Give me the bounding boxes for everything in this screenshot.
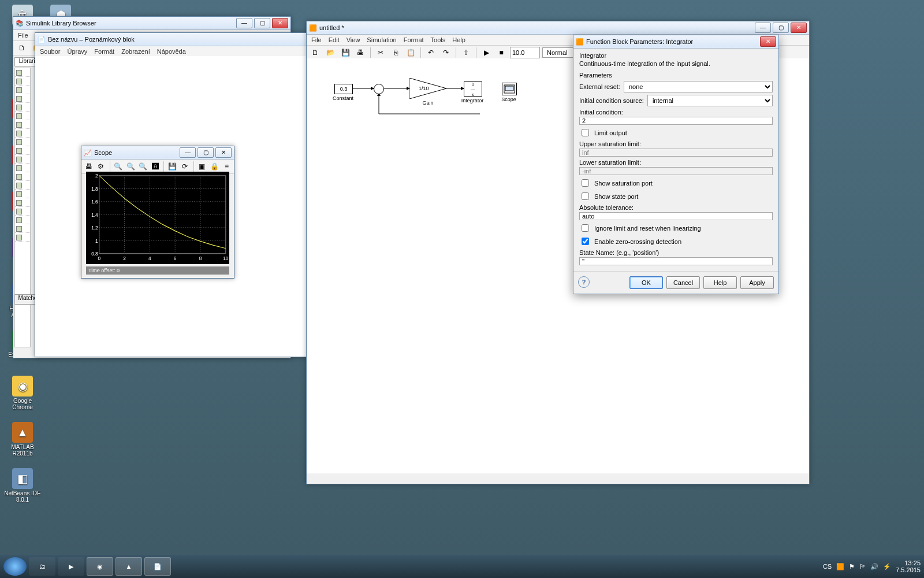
redo-icon[interactable]: ↷	[439, 46, 452, 59]
block-params-dialog[interactable]: 🟧 Function Block Parameters: Integrator …	[573, 35, 779, 294]
print-icon[interactable]: 🖶	[354, 46, 367, 59]
close-button[interactable]: ✕	[272, 18, 288, 28]
lang-indicator[interactable]: CS	[823, 563, 832, 570]
limit-output-checkbox[interactable]	[582, 129, 589, 136]
state-name-label: State Name: (e.g., 'position')	[579, 249, 773, 256]
scope-window[interactable]: 📈 Scope — ▢ ✕ 🖶 ⚙ 🔍 🔍 🔍 🅰 💾 ⟳ ▣ 🔒 ≡	[81, 146, 234, 279]
menu-edit[interactable]: Edit	[329, 36, 340, 43]
tray-icon[interactable]: 🔊	[870, 563, 878, 570]
float-icon[interactable]: ▣	[197, 160, 207, 173]
desktop-icon[interactable]: ▲MATLAB R2011b	[2, 422, 43, 457]
copy-icon[interactable]: ⎘	[389, 46, 402, 59]
tray-icon[interactable]: ⚡	[883, 563, 891, 570]
lock-icon[interactable]: 🔒	[210, 160, 219, 173]
menu-file[interactable]: File	[18, 32, 28, 39]
stop-icon[interactable]: ■	[495, 46, 508, 59]
print-icon[interactable]: 🖶	[84, 160, 94, 173]
menu-format[interactable]: Formát	[94, 48, 114, 55]
minimize-button[interactable]: —	[236, 18, 252, 28]
signal-icon[interactable]: ≡	[222, 160, 232, 173]
block-label: Integrator	[457, 98, 488, 103]
new-icon[interactable]: 🗋	[309, 46, 322, 59]
integrator-block[interactable]: 1 — s	[464, 81, 482, 97]
menu-tools[interactable]: Tools	[431, 36, 446, 43]
zoom-icon[interactable]: 🔍	[113, 160, 123, 173]
taskbar[interactable]: 🗂 ▶ ◉ ▲ 📄 CS 🟧 ⚑ 🏳 🔊 ⚡ 13:25 7.5.2015	[0, 555, 924, 578]
titlebar[interactable]: 📚 Simulink Library Browser — ▢ ✕	[13, 17, 290, 30]
apply-button[interactable]: Apply	[740, 276, 774, 289]
run-icon[interactable]: ▶	[480, 46, 493, 59]
taskbar-matlab-icon[interactable]: ▲	[116, 557, 142, 576]
sum-block[interactable]	[374, 84, 384, 94]
system-tray[interactable]: CS 🟧 ⚑ 🏳 🔊 ⚡ 13:25 7.5.2015	[823, 560, 921, 573]
gain-block[interactable]: 1/10	[409, 78, 446, 99]
paste-icon[interactable]: 📋	[404, 46, 417, 59]
show-sat-checkbox[interactable]	[582, 179, 589, 187]
tray-icon[interactable]: ⚑	[849, 563, 855, 570]
close-button[interactable]: ✕	[791, 23, 807, 33]
state-name-field[interactable]	[579, 257, 773, 265]
minimize-button[interactable]: —	[180, 147, 196, 158]
desktop-icon[interactable]: ◧NetBeans IDE 8.0.1	[2, 468, 43, 503]
menu-help[interactable]: Help	[452, 36, 465, 43]
stop-time-field[interactable]	[510, 47, 540, 58]
titlebar[interactable]: 📄 Bez názvu – Poznámkový blok	[35, 33, 308, 46]
save-icon[interactable]: 💾	[167, 160, 177, 173]
autoscale-icon[interactable]: 🅰	[150, 160, 160, 173]
library-tree[interactable]	[14, 68, 31, 347]
cancel-button[interactable]: Cancel	[666, 276, 700, 289]
zero-crossing-checkbox[interactable]	[582, 238, 589, 245]
zoom-y-icon[interactable]: 🔍	[138, 160, 148, 173]
titlebar[interactable]: 🟧 untitled * — ▢ ✕	[307, 21, 809, 35]
tray-icon[interactable]: 🏳	[859, 563, 866, 570]
ignore-limit-checkbox[interactable]	[582, 224, 589, 232]
taskbar-media-icon[interactable]: ▶	[58, 557, 84, 576]
zoom-x-icon[interactable]: 🔍	[126, 160, 136, 173]
taskbar-chrome-icon[interactable]: ◉	[87, 557, 113, 576]
close-button[interactable]: ✕	[760, 36, 776, 47]
menu-format[interactable]: Format	[404, 36, 424, 43]
restore-icon[interactable]: ⟳	[180, 160, 189, 173]
params-icon[interactable]: ⚙	[96, 160, 106, 173]
minimize-button[interactable]: —	[755, 23, 771, 33]
abstol-field[interactable]	[579, 212, 773, 220]
maximize-button[interactable]: ▢	[198, 147, 214, 158]
new-model-icon[interactable]: 🗋	[16, 42, 28, 54]
menu-view[interactable]: Zobrazení	[121, 48, 150, 55]
ok-button[interactable]: OK	[629, 276, 663, 289]
ic-source-select[interactable]: internal	[647, 95, 773, 106]
menu-file[interactable]: File	[311, 36, 322, 43]
nav-up-icon[interactable]: ⇧	[460, 46, 472, 59]
menu-view[interactable]: View	[346, 36, 360, 43]
window-title: Scope	[94, 149, 180, 156]
cut-icon[interactable]: ✂	[374, 46, 387, 59]
scope-block[interactable]	[502, 83, 517, 95]
taskbar-notepad-icon[interactable]: 📄	[144, 557, 171, 576]
ic-field[interactable]	[579, 117, 773, 125]
undo-icon[interactable]: ↶	[424, 46, 437, 59]
save-icon[interactable]: 💾	[339, 46, 352, 59]
taskbar-explorer-icon[interactable]: 🗂	[29, 557, 55, 576]
svg-text:1: 1	[95, 238, 98, 243]
titlebar[interactable]: 🟧 Function Block Parameters: Integrator …	[573, 35, 778, 49]
desktop-icon[interactable]: ◉Google Chrome	[2, 376, 43, 410]
clock[interactable]: 13:25 7.5.2015	[896, 560, 921, 573]
close-button[interactable]: ✕	[215, 147, 232, 158]
menu-file[interactable]: Soubor	[40, 48, 60, 55]
menu-simulation[interactable]: Simulation	[367, 36, 396, 43]
titlebar[interactable]: 📈 Scope — ▢ ✕	[81, 146, 234, 160]
constant-block[interactable]: 0.3	[334, 84, 353, 94]
tray-icon[interactable]: 🟧	[836, 563, 844, 570]
show-state-checkbox[interactable]	[582, 192, 589, 200]
start-button[interactable]	[3, 557, 27, 576]
svg-text:8: 8	[199, 255, 202, 261]
help-button[interactable]: Help	[703, 276, 737, 289]
external-reset-label: External reset:	[579, 83, 620, 90]
maximize-button[interactable]: ▢	[254, 18, 270, 28]
open-icon[interactable]: 📂	[324, 46, 337, 59]
menu-edit[interactable]: Úpravy	[67, 48, 87, 55]
external-reset-select[interactable]: none	[624, 81, 773, 92]
menu-help[interactable]: Nápověda	[157, 48, 186, 55]
maximize-button[interactable]: ▢	[773, 23, 789, 33]
help-icon[interactable]: ?	[578, 276, 590, 288]
